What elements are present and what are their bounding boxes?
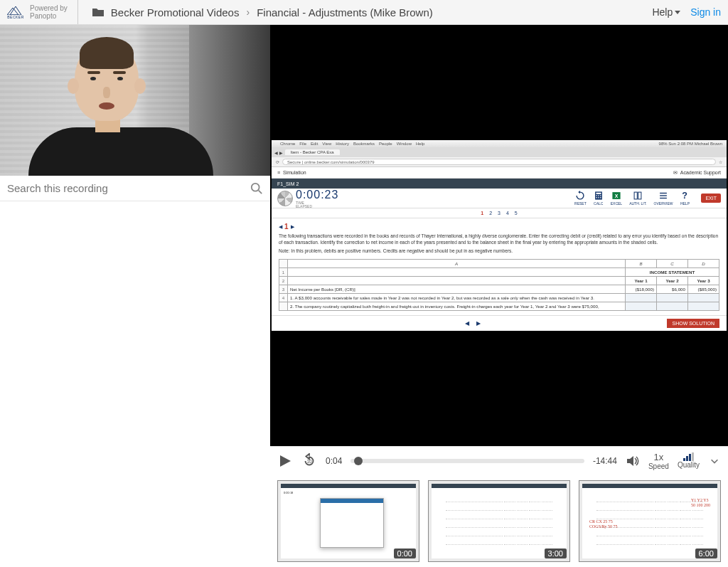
search-box xyxy=(0,176,270,201)
svg-rect-10 xyxy=(596,197,596,198)
show-solution-button: SHOW SOLUTION xyxy=(667,319,719,328)
help-menu[interactable]: Help xyxy=(652,6,680,18)
video-area[interactable]: ChromeFileEditViewHistoryBookmarksPeople… xyxy=(270,25,728,446)
play-button[interactable] xyxy=(277,453,293,469)
slide-exit-button: EXIT xyxy=(701,194,721,203)
tool-reset: RESET xyxy=(574,191,587,206)
thumbnail[interactable]: 3:00 xyxy=(428,480,570,562)
svg-text:10: 10 xyxy=(306,458,312,463)
thumbnail-time: 0:00 xyxy=(394,549,416,558)
svg-marker-4 xyxy=(579,191,581,194)
slide-table: ABCD 1INCOME STATEMENT 2Year 1Year 2Year… xyxy=(279,259,719,311)
speed-value: 1x xyxy=(654,452,664,462)
svg-rect-16 xyxy=(638,192,641,199)
right-column: ChromeFileEditViewHistoryBookmarksPeople… xyxy=(270,25,728,567)
folder-icon xyxy=(92,7,104,17)
question-note: Note: In this problem, debits are positi… xyxy=(279,248,719,254)
question-text: The following transactions were recorded… xyxy=(279,233,719,245)
slide-sim-title: F1_SIM 2 xyxy=(272,179,727,189)
becker-logo: BECKER xyxy=(7,4,24,21)
tool-excel: XEXCEL xyxy=(611,191,622,206)
powered-line1: Powered by xyxy=(30,4,68,12)
thumbnail-strip: 0:00:18 0:00 3:00 xyxy=(270,475,728,567)
question-nav: ◀1▶ xyxy=(279,223,719,230)
breadcrumb-title: Financial - Adjustments (Mike Brown) xyxy=(257,6,433,18)
app-header: BECKER Powered by Panopto Becker Promoti… xyxy=(0,0,728,25)
progress-handle[interactable] xyxy=(354,457,363,465)
quality-control[interactable]: Quality xyxy=(678,452,700,469)
volume-button[interactable] xyxy=(626,454,640,468)
slide-app-bar: ≡ Simulation ✉Academic Support xyxy=(272,167,727,179)
svg-rect-12 xyxy=(600,197,601,198)
svg-marker-23 xyxy=(627,456,633,466)
speed-control[interactable]: 1x Speed xyxy=(648,452,669,470)
svg-rect-11 xyxy=(598,197,599,198)
slide-url-bar: ⟳ Secure | online.becker.com/simulation/… xyxy=(272,157,727,167)
more-controls[interactable] xyxy=(708,456,721,466)
slide-footer: ◀▶ SHOW SOLUTION xyxy=(272,315,727,331)
svg-marker-1 xyxy=(7,8,18,15)
becker-logo-text: BECKER xyxy=(7,15,24,19)
slide-body: ◀1▶ The following transactions were reco… xyxy=(272,218,727,314)
search-icon[interactable] xyxy=(250,182,263,195)
slide-mac-menubar: ChromeFileEditViewHistoryBookmarksPeople… xyxy=(272,140,727,147)
main: ChromeFileEditViewHistoryBookmarksPeople… xyxy=(0,25,728,567)
slide-browser-tabs: ◀ ▶ Item - Becker CPA Exa xyxy=(272,147,727,157)
breadcrumb: Becker Promotional Videos › Financial - … xyxy=(92,6,653,18)
svg-text:?: ? xyxy=(682,191,688,201)
left-column xyxy=(0,25,270,567)
thumbnail-time: 3:00 xyxy=(545,549,567,558)
remaining-time: -14:44 xyxy=(593,456,617,466)
svg-marker-0 xyxy=(10,6,21,15)
tool-overview: OVERVIEW xyxy=(654,191,673,206)
svg-point-2 xyxy=(252,183,259,191)
svg-rect-6 xyxy=(596,193,601,194)
replay-10-button[interactable]: 10 xyxy=(301,453,317,469)
slide-pager: 1 2 3 4 5 xyxy=(272,208,727,218)
breadcrumb-folder[interactable]: Becker Promotional Videos xyxy=(111,6,240,18)
timer-icon xyxy=(277,191,293,206)
slide-tools: RESET CALC XEXCEL AUTH. LIT. OVERVIEW ?H… xyxy=(574,191,690,206)
slide-content: ChromeFileEditViewHistoryBookmarksPeople… xyxy=(272,140,727,330)
logo-group: BECKER Powered by Panopto xyxy=(7,0,78,24)
tool-help: ?HELP xyxy=(680,191,690,206)
svg-rect-7 xyxy=(596,196,596,196)
current-time: 0:04 xyxy=(326,456,342,466)
webcam-feed xyxy=(0,25,270,176)
svg-text:X: X xyxy=(615,194,619,198)
svg-line-3 xyxy=(259,190,262,194)
thumbnail[interactable]: 0:00:18 0:00 xyxy=(277,480,419,562)
quality-bars-icon xyxy=(683,452,694,461)
tool-authlit: AUTH. LIT. xyxy=(629,191,646,206)
tool-calc: CALC xyxy=(594,191,604,206)
svg-marker-21 xyxy=(280,455,291,467)
chevron-right-icon: › xyxy=(246,6,250,18)
speed-label: Speed xyxy=(648,462,669,470)
slide-toolbar: 0:00:23 TIMEELAPSED RESET CALC XEXCEL AU… xyxy=(272,189,727,208)
help-label: Help xyxy=(652,6,673,18)
caret-down-icon xyxy=(675,11,680,14)
sign-in-link[interactable]: Sign in xyxy=(690,6,721,18)
powered-line2: Panopto xyxy=(30,12,68,20)
quality-label: Quality xyxy=(678,461,700,469)
svg-rect-15 xyxy=(634,192,637,199)
search-input[interactable] xyxy=(7,182,250,194)
progress-bar[interactable] xyxy=(350,459,584,463)
svg-rect-9 xyxy=(600,196,601,196)
thumbnail[interactable]: Y1 Y2 Y350 100 200 CR CX 25 75COGS/Ry 50… xyxy=(579,480,721,562)
thumbnail-time: 6:00 xyxy=(695,549,717,558)
timer-value: 0:00:23 xyxy=(296,189,338,201)
header-right: Help Sign in xyxy=(652,6,721,18)
svg-rect-8 xyxy=(598,196,599,196)
powered-by: Powered by Panopto xyxy=(30,4,68,20)
player-controls: 10 0:04 -14:44 1x Speed Quality xyxy=(270,446,728,475)
